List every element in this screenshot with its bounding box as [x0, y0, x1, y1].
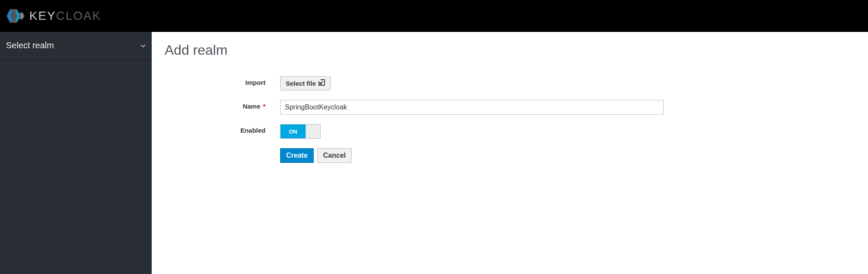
realm-selector-label: Select realm: [6, 40, 54, 50]
name-input[interactable]: [280, 100, 664, 115]
add-realm-form: Import Select file: [165, 76, 855, 163]
enabled-toggle[interactable]: ON: [280, 124, 321, 139]
enabled-row: Enabled ON: [165, 124, 855, 139]
name-row: Name *: [165, 100, 855, 115]
sidebar: Select realm: [0, 32, 152, 274]
create-button[interactable]: Create: [280, 148, 314, 163]
cancel-button[interactable]: Cancel: [317, 148, 352, 163]
realm-selector[interactable]: Select realm: [0, 32, 152, 59]
required-mark: *: [261, 103, 265, 110]
brand-logo[interactable]: KEYCLOAK: [6, 6, 101, 26]
app-header: KEYCLOAK: [0, 0, 868, 32]
select-file-label: Select file: [286, 80, 316, 87]
toggle-on-label: ON: [281, 125, 306, 138]
select-file-button[interactable]: Select file: [280, 76, 331, 90]
actions-row: Create Cancel: [165, 148, 855, 163]
chevron-down-icon: [141, 42, 146, 49]
name-label: Name *: [165, 100, 280, 110]
toggle-handle: [306, 125, 320, 138]
brand-wordmark: KEYCLOAK: [29, 10, 101, 22]
enabled-label: Enabled: [165, 124, 280, 134]
import-row: Import Select file: [165, 76, 855, 90]
import-file-icon: [318, 79, 325, 87]
svg-line-2: [320, 81, 323, 84]
main-content: Add realm Import Select file: [152, 32, 868, 274]
page-title: Add realm: [165, 42, 855, 58]
keycloak-logo-icon: [6, 6, 27, 26]
import-label: Import: [165, 76, 280, 86]
